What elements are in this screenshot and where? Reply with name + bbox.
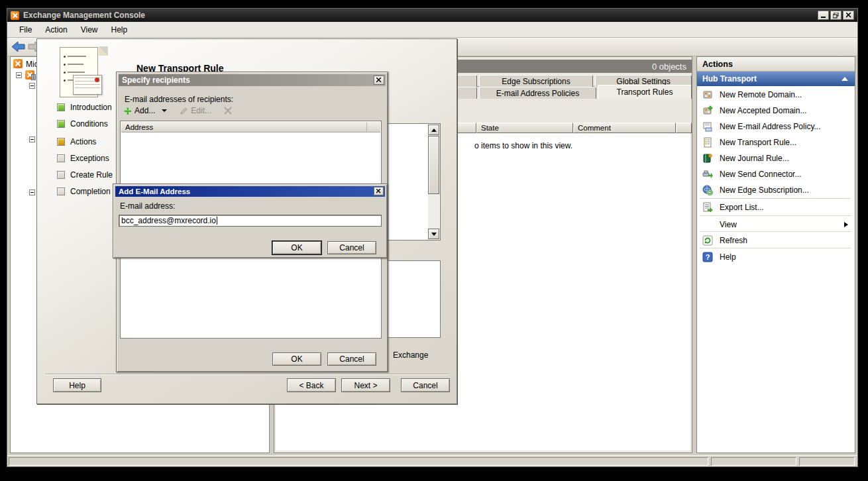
add-email-ok-button[interactable]: OK: [272, 241, 321, 254]
tree-expand-icon[interactable]: [29, 83, 35, 89]
dialog-title-bar[interactable]: Specify recipients: [119, 74, 386, 86]
list-column-comment[interactable]: Comment: [573, 123, 676, 133]
scroll-up-button[interactable]: [428, 125, 439, 135]
menu-file[interactable]: File: [13, 23, 38, 36]
separator: [700, 231, 851, 232]
minimize-button[interactable]: [818, 11, 829, 20]
action-new-edge-subscription[interactable]: New Edge Subscription...: [697, 182, 853, 198]
add-email-address-dialog: Add E-Mail Address E-mail address: bcc_a…: [113, 184, 388, 258]
tab-transport-rules[interactable]: Transport Rules: [598, 85, 692, 99]
step-status-icon: [57, 103, 65, 111]
edge-subscription-icon: [702, 185, 713, 195]
chevron-down-icon[interactable]: [162, 109, 167, 112]
add-icon: [123, 107, 132, 115]
delete-icon[interactable]: [224, 107, 232, 115]
email-address-label: E-mail address:: [120, 201, 175, 211]
step-status-icon: [57, 138, 65, 146]
add-email-cancel-button[interactable]: Cancel: [327, 241, 376, 254]
email-address-input[interactable]: bcc_address@mxrecord.io: [119, 215, 382, 227]
scroll-thumb[interactable]: [428, 136, 439, 194]
edit-recipient-button[interactable]: Edit...: [180, 106, 211, 115]
action-new-send-connector[interactable]: New Send Connector...: [697, 166, 853, 182]
list-column-filler: [676, 123, 692, 133]
action-new-accepted-domain[interactable]: New Accepted Domain...: [697, 103, 853, 119]
server-overlay-icon: [31, 74, 36, 80]
recipients-ok-button[interactable]: OK: [272, 352, 321, 366]
close-icon[interactable]: [374, 187, 384, 195]
help-icon: ?: [702, 252, 713, 262]
wizard-step-actions: Actions: [57, 136, 96, 147]
refresh-icon: [702, 235, 713, 246]
status-bar: [7, 455, 857, 466]
action-new-email-address-policy[interactable]: New E-mail Address Policy...: [697, 119, 853, 134]
journal-rule-icon: [702, 153, 713, 164]
window-title: Exchange Management Console: [23, 11, 145, 20]
action-view[interactable]: View: [697, 217, 853, 233]
wizard-cancel-button[interactable]: Cancel: [401, 378, 450, 392]
email-address-value: bcc_address@mxrecord.io: [121, 216, 216, 225]
list-column-state[interactable]: State: [476, 123, 573, 133]
scroll-down-button[interactable]: [428, 229, 439, 239]
tree-expand-icon[interactable]: [29, 136, 35, 142]
hub-transport-section-header[interactable]: Hub Transport: [697, 72, 855, 86]
title-bar: Exchange Management Console: [7, 9, 857, 22]
spacer: [702, 219, 713, 230]
wizard-step-completion: Completion: [57, 186, 111, 197]
export-list-icon: [702, 202, 713, 213]
wizard-step-create-rule: Create Rule: [57, 170, 113, 180]
edit-icon: [180, 107, 188, 115]
restore-button[interactable]: [830, 11, 841, 20]
close-button[interactable]: [843, 11, 854, 20]
action-new-remote-domain[interactable]: New Remote Domain...: [697, 87, 853, 103]
wizard-document-icon: [56, 47, 107, 101]
step-status-icon: [57, 171, 65, 179]
wizard-background-text: Exchange: [393, 350, 428, 360]
wizard-step-exceptions: Exceptions: [57, 153, 109, 164]
email-address-policy-icon: [702, 121, 713, 132]
actions-pane: Actions Hub Transport New Remote Domain.…: [696, 56, 855, 453]
object-count: 0 objects: [652, 62, 686, 72]
step-status-icon: [57, 154, 65, 162]
tree-root-icon: [13, 59, 23, 68]
menu-view[interactable]: View: [74, 23, 105, 36]
transport-rule-icon: [702, 137, 713, 148]
step-status-icon: [57, 120, 65, 128]
recipients-cancel-button[interactable]: Cancel: [327, 352, 376, 366]
empty-list-message: o items to show in this view.: [474, 141, 572, 150]
action-new-transport-rule[interactable]: New Transport Rule...: [697, 134, 853, 150]
dialog-title: Specify recipients: [122, 76, 190, 85]
action-new-journal-rule[interactable]: New Journal Rule...: [697, 150, 853, 166]
status-section: [799, 457, 855, 466]
wizard-back-button[interactable]: < Back: [287, 378, 336, 392]
wizard-step-introduction: Introduction: [57, 102, 112, 113]
tab-email-address-policies[interactable]: E-mail Address Policies: [479, 87, 596, 99]
close-icon[interactable]: [374, 76, 384, 85]
separator: [700, 215, 851, 216]
vertical-scrollbar[interactable]: [428, 125, 439, 239]
svg-text:?: ?: [706, 253, 710, 261]
action-help[interactable]: ? Help: [697, 249, 853, 265]
exchange-app-icon: [11, 11, 19, 20]
action-export-list[interactable]: Export List...: [697, 199, 853, 215]
recipients-toolbar: Add... Edit...: [123, 106, 232, 115]
wizard-help-button[interactable]: Help: [53, 378, 101, 392]
address-column-header[interactable]: Address: [121, 122, 380, 133]
dialog-title-bar[interactable]: Add E-Mail Address: [115, 186, 385, 197]
tree-expand-icon[interactable]: [16, 72, 22, 78]
menu-bar: File Action View Help: [7, 22, 857, 38]
remote-domain-icon: [702, 89, 713, 100]
separator: [700, 248, 851, 248]
menu-action[interactable]: Action: [38, 23, 74, 36]
dialog-title: Add E-Mail Address: [119, 187, 190, 195]
step-status-icon: [57, 187, 65, 195]
recipients-label: E-mail addresses of recipients:: [125, 95, 233, 104]
collapse-icon[interactable]: [841, 77, 848, 81]
add-recipient-button[interactable]: Add...: [123, 106, 167, 115]
wizard-next-button[interactable]: Next >: [341, 378, 390, 392]
back-icon[interactable]: [11, 41, 26, 52]
tree-expand-icon[interactable]: [29, 189, 35, 195]
action-refresh[interactable]: Refresh: [697, 233, 853, 248]
tab-edge-subscriptions[interactable]: Edge Subscriptions: [479, 75, 593, 87]
accepted-domain-icon: [702, 105, 713, 116]
menu-help[interactable]: Help: [105, 23, 135, 36]
